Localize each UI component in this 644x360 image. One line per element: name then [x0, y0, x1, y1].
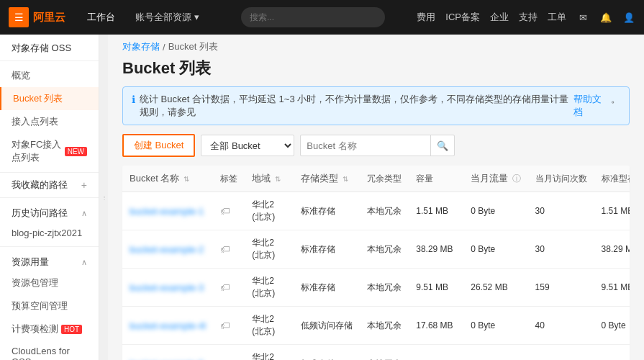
row-3-standard-storage: 9.51 MB — [594, 269, 630, 307]
nav-fee[interactable]: 费用 — [417, 11, 435, 24]
nav-resources[interactable]: 账号全部资源 ▾ — [125, 0, 209, 35]
col-storage-type: 存储类型 ⇅ — [294, 166, 360, 192]
menu-icon[interactable]: ☰ — [9, 7, 29, 27]
nav-search-area — [209, 7, 417, 27]
info-text: 统计 Bucket 合计数据，平均延迟 1~3 小时，不作为计量数据，仅作参考，… — [140, 93, 569, 119]
user-icon[interactable]: 👤 — [622, 11, 635, 24]
row-5-tag: 🏷 — [213, 345, 245, 361]
info-suffix: 。 — [611, 93, 620, 106]
info-bar: ℹ 统计 Bucket 合计数据，平均延迟 1~3 小时，不作为计量数据，仅作参… — [122, 86, 630, 125]
breadcrumb-oss[interactable]: 对象存储 — [122, 40, 160, 53]
history-collapse-icon[interactable]: ∧ — [81, 209, 87, 218]
breadcrumb-current: Bucket 列表 — [168, 40, 218, 53]
monthly-flow-info-icon[interactable]: ⓘ — [512, 174, 521, 184]
row-4-name[interactable]: bucket-example-4l — [122, 307, 213, 345]
toolbar: 创建 Bucket 全部 Bucket 🔍 — [122, 134, 630, 157]
row-1-storage-type: 标准存储 — [294, 192, 360, 230]
row-1-monthly-flow: 0 Byte — [463, 192, 527, 230]
info-link[interactable]: 帮助文档 — [573, 93, 607, 119]
col-storage-sort-icon[interactable]: ⇅ — [343, 175, 348, 183]
sidebar-item-hist-1[interactable]: blog-pic-zjtx2021 — [0, 222, 99, 243]
resize-handle[interactable]: ⋮ — [99, 35, 108, 360]
message-icon[interactable]: ✉ — [576, 11, 589, 24]
table-row: bucket-example-3 🏷 华北2(北京) 标准存储 本地冗余 9.5… — [122, 269, 630, 307]
row-2-monthly-access: 30 — [528, 230, 594, 269]
row-5-monthly-flow: 0 Byte — [463, 345, 527, 361]
col-name-sort-icon[interactable]: ⇅ — [183, 175, 189, 183]
col-tag: 标签 — [213, 166, 245, 192]
row-5-name[interactable]: bucket-example-5 — [122, 345, 213, 361]
sidebar-main-title: 对象存储 OSS — [0, 35, 99, 58]
table-row: bucket-example-1 🏷 华北2(北京) 标准存储 本地冗余 1.5… — [122, 192, 630, 230]
resource-collapse-icon[interactable]: ∧ — [81, 258, 87, 267]
nav-workbench[interactable]: 工作台 — [77, 0, 125, 35]
create-bucket-button[interactable]: 创建 Bucket — [122, 134, 195, 157]
row-3-monthly-access: 159 — [528, 269, 594, 307]
row-3-region: 华北2(北京) — [245, 269, 294, 307]
sidebar-item-billing[interactable]: 计费项检测 HOT — [0, 318, 99, 341]
new-badge: NEW — [65, 147, 87, 156]
row-2-storage-type: 标准存储 — [294, 230, 360, 269]
sidebar-item-access-points[interactable]: 接入点列表 — [0, 110, 99, 133]
sidebar-item-cloudlens[interactable]: CloudLens for OSS — [0, 341, 99, 360]
history-title: 历史访问路径 — [12, 207, 68, 220]
nav-enterprise[interactable]: 企业 — [490, 11, 509, 24]
row-5-region: 华北2(北京) — [245, 345, 294, 361]
page-title: Bucket 列表 — [122, 58, 630, 79]
notification-icon[interactable]: 🔔 — [599, 11, 612, 24]
resource-section-header: 资源用量 ∧ — [0, 250, 99, 271]
info-icon: ℹ — [132, 94, 135, 105]
row-5-storage-type: 标准存储 — [294, 345, 360, 361]
bucket-filter-select[interactable]: 全部 Bucket — [201, 135, 294, 156]
sidebar-item-bucket-list[interactable]: Bucket 列表 — [0, 87, 99, 110]
favorite-title: 我收藏的路径 — [12, 179, 78, 192]
nav-support[interactable]: 支持 — [519, 11, 538, 24]
row-5-redundancy: 本地冗余 — [360, 345, 409, 361]
col-capacity: 容量 — [409, 166, 463, 192]
row-1-region: 华北2(北京) — [245, 192, 294, 230]
row-2-monthly-flow: 0 Byte — [463, 230, 527, 269]
row-3-monthly-flow: 26.52 MB — [463, 269, 527, 307]
page-header: Bucket 列表 — [108, 53, 644, 86]
search-icon: 🔍 — [437, 140, 448, 151]
row-1-name[interactable]: bucket-example-1 — [122, 192, 213, 230]
row-2-name[interactable]: bucket-example-2 — [122, 230, 213, 269]
bucket-search-input[interactable] — [301, 140, 430, 151]
row-4-capacity: 17.68 MB — [409, 307, 463, 345]
favorite-add-btn[interactable]: + — [81, 179, 87, 191]
col-redundancy: 冗余类型 — [360, 166, 409, 192]
breadcrumb: 对象存储 / Bucket 列表 — [108, 35, 644, 53]
row-2-capacity: 38.29 MB — [409, 230, 463, 269]
row-1-tag: 🏷 — [213, 192, 245, 230]
bucket-table: Bucket 名称 ⇅ 标签 地域 ⇅ 存储类型 ⇅ — [122, 166, 630, 360]
col-region: 地域 ⇅ — [245, 166, 294, 192]
top-nav: ☰ 阿里云 工作台 账号全部资源 ▾ 费用 ICP备案 企业 支持 工单 ✉ 🔔… — [0, 0, 644, 35]
row-3-name[interactable]: bucket-example-3 — [122, 269, 213, 307]
row-1-redundancy: 本地冗余 — [360, 192, 409, 230]
row-4-tag: 🏷 — [213, 307, 245, 345]
nav-icp[interactable]: ICP备案 — [445, 11, 480, 24]
nav-right-area: 费用 ICP备案 企业 支持 工单 ✉ 🔔 👤 — [417, 11, 635, 24]
table-row: bucket-example-5 🏷 华北2(北京) 标准存储 本地冗余 1.4… — [122, 345, 630, 361]
sidebar-item-resource-pkg[interactable]: 资源包管理 — [0, 271, 99, 294]
row-4-storage-type: 低频访问存储 — [294, 307, 360, 345]
row-4-redundancy: 本地冗余 — [360, 307, 409, 345]
row-5-standard-storage: 1.41 MB — [594, 345, 630, 361]
sidebar: 对象存储 OSS 概览 Bucket 列表 接入点列表 对象FC接入点列表 NE… — [0, 35, 99, 360]
favorite-section: 我收藏的路径 + — [0, 176, 99, 194]
sidebar-item-overview[interactable]: 概览 — [0, 64, 99, 87]
sidebar-item-fc-access[interactable]: 对象FC接入点列表 NEW — [0, 133, 99, 169]
row-3-storage-type: 标准存储 — [294, 269, 360, 307]
hot-badge: HOT — [61, 325, 82, 334]
search-button[interactable]: 🔍 — [430, 135, 454, 156]
col-region-sort-icon[interactable]: ⇅ — [275, 175, 281, 183]
content-body: ℹ 统计 Bucket 合计数据，平均延迟 1~3 小时，不作为计量数据，仅作参… — [108, 86, 644, 360]
row-4-monthly-flow: 0 Byte — [463, 307, 527, 345]
sidebar-item-fc-label: 对象FC接入点列表 — [12, 138, 62, 164]
nav-ticket[interactable]: 工单 — [548, 11, 566, 24]
row-1-monthly-access: 30 — [528, 192, 594, 230]
nav-search-input[interactable] — [241, 7, 385, 27]
resource-title: 资源用量 — [12, 256, 49, 269]
sidebar-item-budget[interactable]: 预算空间管理 — [0, 294, 99, 318]
row-3-redundancy: 本地冗余 — [360, 269, 409, 307]
